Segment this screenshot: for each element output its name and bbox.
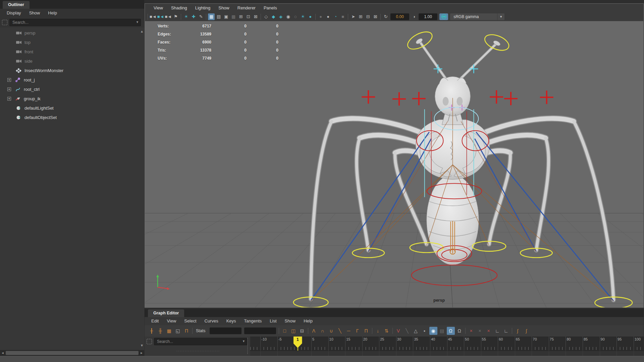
stats-value-field[interactable] <box>244 327 276 334</box>
post-infinity-icon[interactable]: ∫ <box>523 327 531 335</box>
expand-toggle-icon[interactable]: + <box>7 78 11 82</box>
ruler-frame-label[interactable]: 30 <box>397 337 401 341</box>
retime-tool-icon[interactable]: Π <box>182 327 191 335</box>
lattice-deform-keys-icon[interactable]: ▦ <box>165 327 173 335</box>
step-tangent-icon[interactable]: Γ <box>354 327 362 335</box>
ruler-frame-label[interactable]: 45 <box>448 337 452 341</box>
color-space-dropdown[interactable]: sRGB gamma <box>450 13 497 20</box>
outliner-item-root_ctrl[interactable]: +root_ctrl <box>0 84 140 94</box>
viewport-canvas[interactable]: Verts:671700Edges:1358900Faces:690000Tri… <box>145 21 643 307</box>
insert-keys-icon[interactable]: ╫ <box>156 327 164 335</box>
viewport-menu-show[interactable]: Show <box>214 4 233 12</box>
outliner-scroll-down-icon[interactable]: ▼ <box>140 344 144 347</box>
current-frame-marker[interactable]: 1 <box>293 337 302 348</box>
film-gate-icon[interactable]: ▤ <box>215 13 222 20</box>
viewport-3d-scene[interactable] <box>145 21 643 307</box>
center-current-time-icon[interactable]: ⊟ <box>298 327 306 335</box>
wireframe-on-shaded-icon[interactable]: ◉ <box>285 13 291 20</box>
frame-axis-icon[interactable]: ∟ <box>493 327 501 335</box>
retarget-keys-icon[interactable]: × <box>485 327 493 335</box>
outliner-item-persp[interactable]: persp <box>0 28 140 38</box>
viewport-menu-shading[interactable]: Shading <box>167 4 191 12</box>
graph-editor-menu-help[interactable]: Help <box>300 317 317 325</box>
lights-icon[interactable]: ☀ <box>300 13 306 20</box>
graph-editor-menu-show[interactable]: Show <box>281 317 300 325</box>
outliner-hscrollbar[interactable]: ◄ ► <box>0 350 144 356</box>
frame-axis-alt-icon[interactable]: ∟ <box>502 327 510 335</box>
field-chart-icon[interactable]: ⊞ <box>237 13 244 20</box>
clamped-tangent-icon[interactable]: ∪ <box>327 327 335 335</box>
outliner-item-group_ik[interactable]: +group_ik <box>0 94 140 103</box>
occlusion-icon[interactable]: ● <box>317 13 324 20</box>
time-ruler-track[interactable] <box>250 351 644 356</box>
select-tool-icon[interactable]: ➤ <box>350 13 357 20</box>
grid-icon[interactable]: ▦ <box>208 13 215 20</box>
camera-icon[interactable]: ■◄ <box>150 13 157 20</box>
graph-editor-menu-view[interactable]: View <box>163 317 180 325</box>
graph-editor-search-input[interactable] <box>154 338 247 345</box>
break-connection-icon[interactable]: × <box>467 327 475 335</box>
gamma-on-badge[interactable]: ON <box>439 13 448 20</box>
ruler-frame-label[interactable]: 65 <box>516 337 520 341</box>
linear-tangent-icon[interactable]: ╲ <box>336 327 344 335</box>
outliner-item-side[interactable]: side <box>0 56 140 66</box>
textured-icon[interactable]: ◈ <box>277 13 284 20</box>
ruler-frame-label[interactable]: 40 <box>431 337 435 341</box>
outliner-scroll-up-icon[interactable]: ▲ <box>140 29 144 33</box>
camera-attributes-icon[interactable]: ■◄ <box>157 13 164 20</box>
camera-bookmark-icon[interactable]: ■◄ <box>165 13 172 20</box>
stats-frame-field[interactable] <box>210 327 241 334</box>
outliner-item-defaultlightset[interactable]: defaultLightSet <box>0 103 140 113</box>
buffer-snapshot-icon[interactable]: ↓ <box>374 327 382 335</box>
ruler-frame-label[interactable]: 100 <box>635 337 641 341</box>
xray-icon[interactable]: ◌ <box>292 13 299 20</box>
buffer-swap-icon[interactable]: ⇅ <box>383 327 391 335</box>
ruler-frame-label[interactable]: 50 <box>465 337 469 341</box>
ruler-frame-label[interactable]: 35 <box>414 337 418 341</box>
graph-editor-menu-select[interactable]: Select <box>180 317 200 325</box>
normalize-curves-icon[interactable]: Ω <box>447 327 455 335</box>
move-nearest-key-icon[interactable]: ╂ <box>148 327 156 335</box>
ruler-frame-label[interactable]: 55 <box>482 337 486 341</box>
multisample-icon[interactable]: ■ <box>339 13 346 20</box>
outliner-item-front[interactable]: front <box>0 47 140 56</box>
hscroll-left-icon[interactable]: ◄ <box>0 351 5 355</box>
graph-editor-menu-keys[interactable]: Keys <box>222 317 240 325</box>
region-select-keys-icon[interactable]: ◱ <box>174 327 182 335</box>
ruler-frame-label[interactable]: 10 <box>329 337 333 341</box>
outliner-filter-icon[interactable] <box>2 20 7 25</box>
outliner-item-top[interactable]: top <box>0 38 140 47</box>
outliner-item-insectwormmonster[interactable]: InsectWormMonster <box>0 66 140 75</box>
denormalize-curves-icon[interactable]: Ω <box>455 327 464 335</box>
ruler-frame-label[interactable]: 60 <box>499 337 503 341</box>
graph-editor-menu-edit[interactable]: Edit <box>147 317 163 325</box>
viewport-menu-view[interactable]: View <box>150 4 167 12</box>
safe-action-icon[interactable]: ⊡ <box>245 13 252 20</box>
curve-filter-icon[interactable]: ◉ <box>429 327 437 335</box>
ruler-frame-label[interactable]: -10 <box>261 337 267 341</box>
gamma-field[interactable]: 1.00 <box>419 13 437 20</box>
flat-tangent-icon[interactable]: ─ <box>345 327 353 335</box>
ruler-frame-label[interactable]: 90 <box>601 337 605 341</box>
refresh-icon[interactable]: ↻ <box>382 13 389 20</box>
free-tangent-weight-icon[interactable]: ╲ <box>403 327 411 335</box>
ruler-frame-label[interactable]: 80 <box>567 337 571 341</box>
outliner-search-caret-icon[interactable]: ▼ <box>136 20 139 24</box>
wireframe-icon[interactable]: ◇ <box>263 13 269 20</box>
motion-blur-icon[interactable]: ● <box>325 13 331 20</box>
ruler-frame-label[interactable]: 5 <box>312 337 314 341</box>
outliner-item-root_j[interactable]: +root_j <box>0 75 140 84</box>
unify-tangents-icon[interactable]: × <box>476 327 484 335</box>
tab-outliner[interactable]: Outliner <box>3 1 30 9</box>
outliner-menu-help[interactable]: Help <box>44 9 61 17</box>
graph-editor-menu-curves[interactable]: Curves <box>201 317 222 325</box>
ruler-frame-label[interactable]: 25 <box>380 337 384 341</box>
disabled-filter-icon[interactable]: ▤ <box>438 327 446 335</box>
expand-toggle-icon[interactable]: + <box>7 97 11 101</box>
resolution-gate-icon[interactable]: ▣ <box>223 13 229 20</box>
frame-all-icon[interactable]: □ <box>281 327 289 335</box>
ruler-frame-label[interactable]: 15 <box>346 337 350 341</box>
viewport-menu-lighting[interactable]: Lighting <box>191 4 215 12</box>
anti-alias-icon[interactable]: ◔ <box>332 13 339 20</box>
safe-title-icon[interactable]: ⊠ <box>252 13 259 20</box>
